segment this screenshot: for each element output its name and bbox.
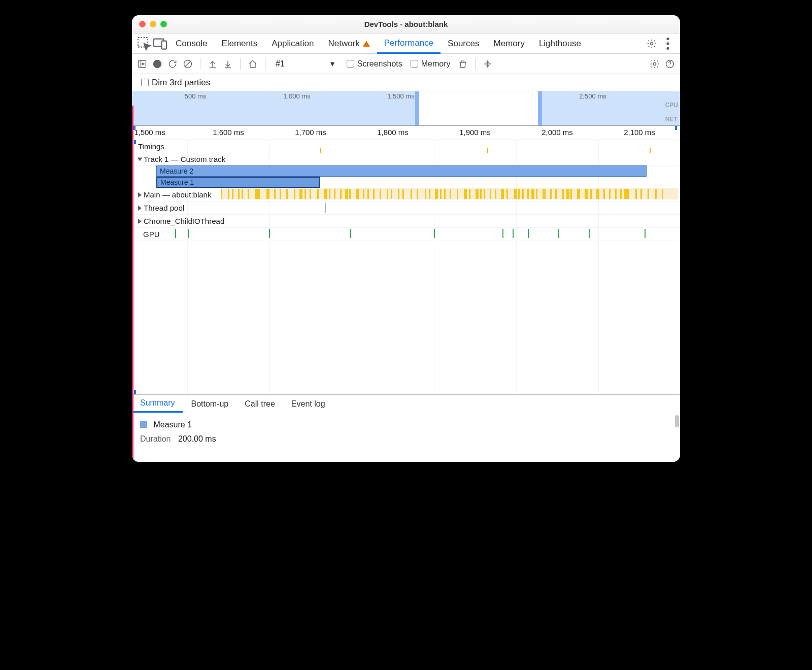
- performance-toolbar: #1 ▾ Screenshots Memory: [132, 54, 680, 74]
- flame-chart[interactable]: Timings Track 1 — Custom track Measure 2…: [132, 140, 680, 394]
- tab-label: Sources: [448, 39, 479, 49]
- thread-pool-track[interactable]: Thread pool: [132, 202, 680, 215]
- window-title: DevTools - about:blank: [132, 20, 680, 28]
- ruler-start-marker: [133, 126, 136, 130]
- clear-button[interactable]: [182, 58, 194, 70]
- tab-memory[interactable]: Memory: [486, 34, 531, 53]
- timeline-left-edge: [132, 106, 133, 462]
- disclosure-triangle-icon[interactable]: [138, 219, 142, 224]
- device-toolbar-icon[interactable]: [152, 36, 168, 52]
- more-icon[interactable]: [660, 36, 676, 52]
- record-button[interactable]: [151, 58, 163, 70]
- toggle-sidebar-icon[interactable]: [136, 58, 148, 70]
- dim-3rd-parties-checkbox[interactable]: Dim 3rd parties: [141, 78, 210, 88]
- svg-point-9: [155, 61, 159, 65]
- main-track-label: Main — about:blank: [144, 190, 211, 199]
- tab-label: Application: [272, 39, 314, 49]
- capture-settings-icon[interactable]: [649, 58, 661, 70]
- measure-bar-1[interactable]: Measure 1: [156, 177, 320, 188]
- overview-ticks: 500 ms 1,000 ms 1,500 ms 2,000 ms 2,500 …: [132, 92, 680, 100]
- scrollbar-thumb[interactable]: [675, 415, 679, 427]
- overview-timeline[interactable]: 500 ms 1,000 ms 1,500 ms 2,000 ms 2,500 …: [132, 91, 680, 126]
- tab-label: Call tree: [245, 399, 275, 409]
- details-tabs: Summary Bottom-up Call tree Event log: [132, 395, 680, 413]
- tab-network[interactable]: Network: [321, 34, 377, 53]
- home-icon[interactable]: [247, 58, 259, 70]
- tab-performance[interactable]: Performance: [377, 34, 441, 54]
- ruler-tick: 1,800 ms: [377, 128, 409, 137]
- minimize-window-button[interactable]: [150, 21, 156, 27]
- recording-dropdown[interactable]: #1 ▾: [272, 59, 339, 69]
- titlebar: DevTools - about:blank: [132, 15, 680, 34]
- svg-point-5: [666, 42, 669, 45]
- inspect-icon[interactable]: [136, 36, 152, 52]
- tab-sources[interactable]: Sources: [441, 34, 486, 53]
- filter-bar: Dim 3rd parties: [132, 74, 680, 91]
- close-window-button[interactable]: [139, 21, 146, 27]
- gpu-track[interactable]: GPU: [132, 228, 680, 241]
- disclosure-triangle-icon[interactable]: [138, 157, 143, 161]
- measure-bar-2[interactable]: Measure 2: [156, 165, 647, 177]
- memory-input[interactable]: [411, 60, 418, 68]
- help-icon[interactable]: [664, 58, 676, 70]
- svg-rect-2: [162, 41, 166, 49]
- tab-lighthouse[interactable]: Lighthouse: [532, 34, 588, 53]
- ruler-end-marker: [675, 126, 677, 130]
- tab-label: Lighthouse: [539, 39, 581, 49]
- tab-elements[interactable]: Elements: [214, 34, 264, 53]
- measure-name: Measure 1: [160, 178, 194, 186]
- zoom-window-button[interactable]: [160, 21, 167, 27]
- disclosure-triangle-icon[interactable]: [138, 206, 142, 211]
- screenshots-input[interactable]: [347, 60, 354, 68]
- upload-icon[interactable]: [207, 58, 219, 70]
- summary-body: Measure 1 Duration 200.00 ms: [132, 413, 680, 451]
- download-icon[interactable]: [222, 58, 234, 70]
- timing-marker: [487, 148, 488, 153]
- timeline-ruler[interactable]: 1,500 ms 1,600 ms 1,700 ms 1,800 ms 1,90…: [132, 126, 680, 140]
- custom-track-label: Track 1 — Custom track: [144, 155, 225, 163]
- tab-console[interactable]: Console: [168, 34, 214, 53]
- dim-3rd-parties-label: Dim 3rd parties: [152, 78, 210, 88]
- overview-selection[interactable]: [415, 91, 542, 125]
- overview-tick: 1,000 ms: [283, 92, 310, 100]
- timing-marker: [650, 148, 651, 153]
- reload-record-button[interactable]: [166, 58, 179, 70]
- tab-label: Network: [328, 39, 359, 49]
- gc-icon[interactable]: [457, 58, 469, 70]
- tab-label: Bottom-up: [191, 399, 228, 409]
- warning-icon: [363, 41, 370, 47]
- timing-marker: [320, 148, 321, 153]
- tab-label: Memory: [493, 39, 524, 49]
- disclosure-triangle-icon[interactable]: [138, 192, 142, 197]
- settings-icon[interactable]: [644, 36, 660, 52]
- details-tab-summary[interactable]: Summary: [132, 395, 183, 413]
- main-track[interactable]: Main — about:blank: [132, 188, 680, 202]
- svg-point-11: [654, 62, 656, 65]
- svg-point-6: [666, 47, 669, 49]
- child-io-track[interactable]: Chrome_ChildIOThread: [132, 215, 680, 228]
- overview-net-label: NET: [665, 116, 678, 123]
- chevron-down-icon: ▾: [330, 59, 334, 69]
- ruler-tick: 1,700 ms: [295, 128, 326, 137]
- tab-application[interactable]: Application: [264, 34, 321, 53]
- measure-row: Measure 1: [132, 177, 680, 188]
- memory-checkbox[interactable]: Memory: [411, 59, 451, 69]
- overview-cpu-label: CPU: [665, 102, 678, 109]
- details-tab-bottom-up[interactable]: Bottom-up: [183, 395, 236, 413]
- collapse-icon[interactable]: [482, 58, 494, 70]
- thread-pool-label: Thread pool: [144, 204, 184, 212]
- tab-label: Event log: [291, 399, 325, 409]
- svg-point-3: [651, 42, 653, 45]
- dim-3rd-parties-input[interactable]: [141, 79, 149, 86]
- overview-tick: 500 ms: [185, 92, 207, 100]
- child-io-label: Chrome_ChildIOThread: [144, 217, 224, 225]
- screenshots-checkbox[interactable]: Screenshots: [347, 59, 402, 69]
- ruler-tick: 1,500 ms: [134, 128, 165, 137]
- timings-track[interactable]: Timings: [132, 140, 680, 153]
- panel-tabs: Console Elements Application Network Per…: [132, 34, 680, 54]
- overview-tick: 1,500 ms: [387, 92, 414, 100]
- details-tab-event-log[interactable]: Event log: [283, 395, 333, 413]
- tab-label: Console: [176, 39, 207, 49]
- custom-track-header[interactable]: Track 1 — Custom track: [132, 153, 680, 165]
- details-tab-call-tree[interactable]: Call tree: [236, 395, 283, 413]
